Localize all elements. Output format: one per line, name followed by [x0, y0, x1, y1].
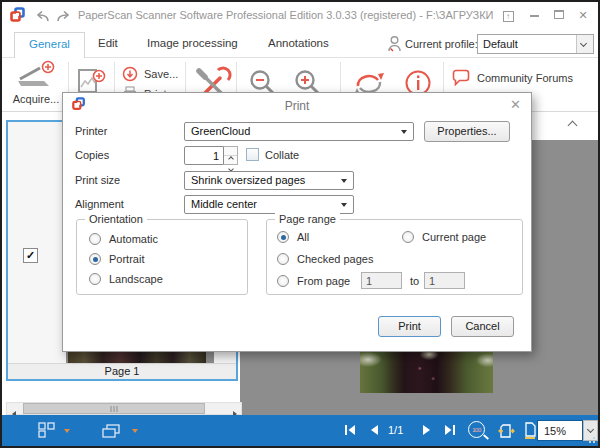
dropdown-arrow-icon: [401, 130, 407, 134]
radio-landscape[interactable]: [89, 273, 101, 285]
redo-icon[interactable]: [56, 10, 72, 23]
minimize-button[interactable]: [525, 8, 543, 23]
print-dialog-titlebar[interactable]: Print ✕: [63, 93, 531, 115]
scrollbar-grip-icon: [111, 406, 118, 412]
tab-image-processing[interactable]: Image processing: [147, 37, 238, 49]
print-size-select[interactable]: Shrink oversized pages: [184, 171, 354, 190]
radio-current-page-label: Current page: [422, 231, 486, 243]
from-page-input[interactable]: [361, 272, 402, 289]
save-label: Save...: [144, 68, 178, 80]
thumbnail-view-button[interactable]: [38, 422, 55, 438]
chevron-down-icon: [580, 40, 587, 47]
chat-bubble-icon: [452, 69, 470, 86]
page-caption: Page 1: [8, 363, 236, 379]
ribbon-tab-bar: General Edit Image processing Annotation…: [2, 28, 598, 58]
fit-width-button[interactable]: [523, 422, 537, 440]
chevron-down-icon: [587, 426, 594, 433]
profile-value: Default: [483, 38, 518, 50]
radio-all[interactable]: [277, 231, 289, 243]
alignment-select[interactable]: Middle center: [184, 195, 354, 214]
titlebar: PaperScan Scanner Software Professional …: [2, 2, 598, 28]
cancel-button[interactable]: Cancel: [451, 316, 514, 337]
page-indicator: 1/1: [388, 424, 403, 436]
profile-dropdown-button[interactable]: [576, 35, 593, 53]
dropdown-arrow-icon: [341, 179, 347, 183]
to-page-input[interactable]: [424, 272, 465, 289]
close-button[interactable]: ✕: [574, 8, 592, 23]
alignment-label: Alignment: [75, 198, 124, 210]
page1-checkbox[interactable]: ✓: [23, 248, 38, 263]
nav-first-button[interactable]: [344, 425, 356, 435]
alignment-value: Middle center: [191, 198, 257, 210]
radio-current-page[interactable]: [402, 231, 414, 243]
paperscan-logo-icon: [10, 7, 26, 23]
scroll-left-button[interactable]: [7, 403, 20, 414]
acquire-label: Acquire...: [6, 93, 66, 105]
scroll-right-button[interactable]: [228, 403, 241, 414]
minimize-icon: [530, 15, 539, 17]
print-dialog-title: Print: [63, 99, 531, 113]
collate-checkbox[interactable]: [246, 148, 259, 161]
zoom-level-input[interactable]: [537, 420, 583, 441]
radio-landscape-label: Landscape: [109, 273, 163, 285]
print-dialog: Print ✕ Printer GreenCloud Properties...…: [62, 92, 532, 352]
tab-edit[interactable]: Edit: [98, 37, 118, 49]
properties-button[interactable]: Properties...: [424, 121, 510, 142]
app-window: PaperScan Scanner Software Professional …: [0, 0, 600, 448]
dropdown-arrow-icon[interactable]: [132, 429, 138, 433]
collate-label: Collate: [265, 149, 299, 161]
radio-automatic-label: Automatic: [109, 233, 158, 245]
save-download-icon: [122, 66, 138, 82]
view-mode-button[interactable]: [102, 424, 121, 438]
profile-select[interactable]: Default: [477, 34, 594, 54]
radio-automatic[interactable]: [89, 233, 101, 245]
window-title: PaperScan Scanner Software Professional …: [78, 9, 493, 21]
nav-prev-button[interactable]: [370, 425, 379, 435]
dropdown-arrow-icon: [341, 203, 347, 207]
pin-window-button[interactable]: ↑: [499, 8, 517, 23]
copies-spin-buttons: [224, 146, 238, 165]
copies-input[interactable]: [184, 146, 224, 165]
tab-general[interactable]: General: [14, 32, 85, 59]
zoom-100-button[interactable]: 100: [468, 421, 485, 438]
orientation-group: Orientation Automatic Portrait Landscape: [76, 219, 248, 295]
printer-select[interactable]: GreenCloud: [184, 122, 414, 141]
print-size-value: Shrink oversized pages: [191, 174, 305, 186]
spin-up-button[interactable]: [224, 147, 237, 156]
copies-label: Copies: [75, 149, 109, 161]
print-button[interactable]: Print: [378, 316, 441, 337]
radio-from-page[interactable]: [277, 275, 289, 287]
radio-all-label: All: [297, 231, 309, 243]
page-range-group-title: Page range: [275, 213, 340, 225]
scrollbar-thumb[interactable]: [23, 403, 205, 414]
dropdown-arrow-icon[interactable]: [64, 429, 70, 433]
save-button[interactable]: Save...: [122, 66, 178, 82]
document-photo: [360, 352, 493, 393]
printer-label: Printer: [75, 125, 107, 137]
radio-portrait[interactable]: [89, 253, 101, 265]
orientation-group-title: Orientation: [85, 213, 147, 225]
spin-down-button[interactable]: [224, 157, 237, 166]
collapse-ribbon-button[interactable]: [558, 114, 586, 134]
maximize-button[interactable]: [550, 8, 568, 23]
chevron-up-icon: [567, 121, 577, 131]
thumbnail-hscrollbar[interactable]: [6, 402, 242, 415]
nav-last-button[interactable]: [444, 425, 456, 435]
undo-icon[interactable]: [34, 10, 50, 23]
fit-page-button[interactable]: [498, 422, 515, 440]
nav-next-button[interactable]: [422, 425, 431, 435]
community-forums-button[interactable]: Community Forums: [452, 69, 573, 86]
statusbar: 1/1 100: [2, 415, 598, 446]
tab-annotations[interactable]: Annotations: [268, 37, 329, 49]
radio-portrait-label: Portrait: [109, 253, 144, 265]
print-dialog-close-button[interactable]: ✕: [510, 97, 521, 112]
user-profile-icon: [387, 35, 402, 52]
resize-grip[interactable]: [585, 433, 595, 443]
radio-from-page-label: From page: [297, 275, 350, 287]
to-label: to: [410, 275, 419, 287]
radio-checked-pages[interactable]: [277, 253, 289, 265]
radio-checked-pages-label: Checked pages: [297, 253, 373, 265]
maximize-icon: [554, 10, 564, 19]
page-range-group: Page range All Current page Checked page…: [266, 219, 523, 295]
pin-icon: ↑: [503, 11, 514, 22]
